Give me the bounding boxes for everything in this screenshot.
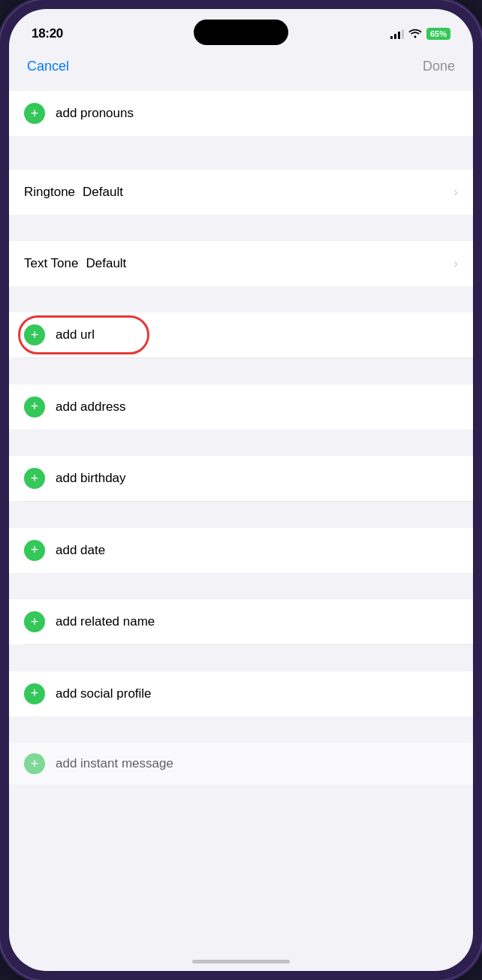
add-date-label: add date [56,543,105,558]
ringtone-chevron-icon: › [453,185,458,200]
add-social-profile-row[interactable]: + add social profile [9,671,473,716]
wifi-icon [408,28,422,41]
signal-bars-icon [390,29,404,39]
section-gap-10 [9,645,473,671]
section-gap-1 [9,83,473,91]
text-tone-chevron-icon: › [453,256,458,271]
add-related-name-row[interactable]: + add related name [9,599,473,644]
ringtone-label: Ringtone [24,185,75,200]
text-tone-right: › [453,256,458,271]
dynamic-island [194,20,288,45]
add-instant-message-row[interactable]: + add instant message [9,743,473,785]
phone-screen: 18:20 65% [9,9,473,971]
add-birthday-plus-icon: + [24,468,45,489]
add-instant-message-plus-icon: + [24,753,45,774]
done-button[interactable]: Done [423,59,455,74]
add-social-profile-plus-icon: + [24,683,45,704]
section-gap-11 [9,716,473,743]
section-gap-9 [9,573,473,599]
add-address-row[interactable]: + add address [9,384,473,430]
phone-frame: 18:20 65% [0,0,482,980]
add-date-row[interactable]: + add date [9,528,473,573]
add-related-name-label: add related name [56,614,155,629]
ringtone-left: Ringtone Default [24,185,123,200]
signal-bar-3 [398,32,400,39]
add-url-plus-icon: + [24,324,45,345]
add-url-label: add url [56,327,95,342]
signal-bar-4 [402,29,404,39]
add-address-label: add address [56,400,126,415]
section-gap-5 [9,286,473,312]
add-pronouns-row[interactable]: + add pronouns [9,91,473,136]
ringtone-value: Default [83,185,123,200]
text-tone-row[interactable]: Text Tone Default › [9,241,473,286]
add-pronouns-label: add pronouns [56,106,134,121]
section-gap-3 [9,143,473,170]
ringtone-right: › [453,185,458,200]
ringtone-row[interactable]: Ringtone Default › [9,170,473,215]
add-address-plus-icon: + [24,397,45,418]
signal-bar-1 [390,36,393,39]
add-date-plus-icon: + [24,540,45,561]
section-gap-2 [9,136,473,143]
text-tone-label: Text Tone [24,256,78,271]
add-url-row[interactable]: + add url [9,312,473,357]
section-gap-8 [9,502,473,528]
signal-bar-2 [394,34,396,39]
text-tone-value: Default [86,256,126,271]
battery-indicator: 65% [426,28,450,40]
status-time: 18:20 [32,26,63,41]
text-tone-left: Text Tone Default [24,256,126,271]
nav-bar: Cancel Done [9,53,473,83]
add-instant-message-label: add instant message [56,756,173,771]
add-birthday-row[interactable]: + add birthday [9,456,473,501]
add-social-profile-label: add social profile [56,686,152,701]
cancel-button[interactable]: Cancel [27,59,69,74]
section-gap-6 [9,358,473,384]
add-related-name-plus-icon: + [24,611,45,632]
status-icons: 65% [390,28,450,41]
section-gap-7 [9,430,473,456]
home-indicator [192,960,290,963]
add-birthday-label: add birthday [56,471,126,486]
add-pronouns-plus-icon: + [24,103,45,124]
section-gap-4 [9,215,473,241]
